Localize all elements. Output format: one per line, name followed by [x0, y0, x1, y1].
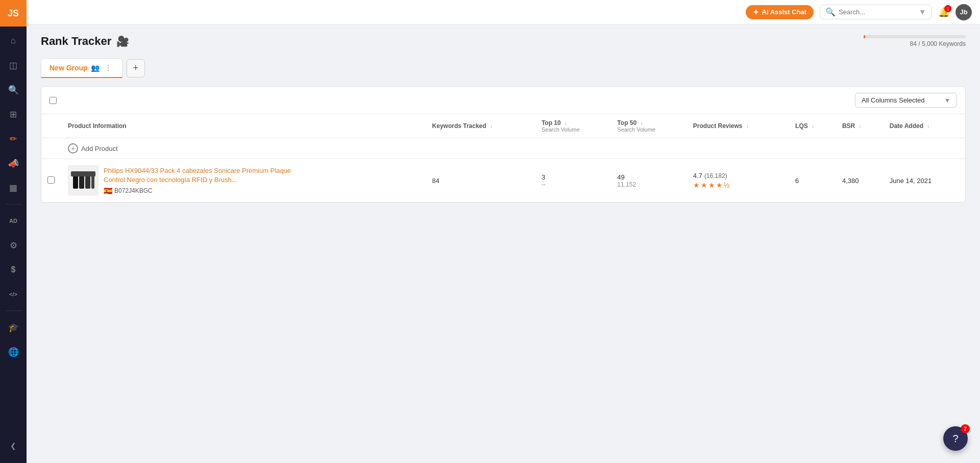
add-product-plus-icon: +: [68, 143, 78, 153]
top10-sub-value: --: [542, 181, 605, 188]
keywords-usage: 84 / 5,000 Keywords: [864, 35, 966, 47]
star-rating: ★ ★ ★ ★ ½: [693, 181, 783, 189]
product-image: [68, 165, 99, 196]
asin-value: B072J4KBGC: [114, 187, 153, 194]
sidebar-divider-1: [5, 204, 21, 204]
topbar-search-box[interactable]: 🔍 ▼: [820, 5, 932, 19]
sidebar-item-box[interactable]: ◫: [2, 54, 24, 76]
add-product-button[interactable]: + Add Product: [68, 143, 118, 153]
date-added-cell: June 14, 2021: [884, 159, 965, 202]
rating-value: 4.7: [693, 172, 702, 179]
keywords-tracked-cell: 84: [426, 159, 535, 202]
add-product-checkbox-cell: [41, 138, 62, 159]
sidebar-item-home[interactable]: ⌂: [2, 30, 24, 52]
col-date-added: Date Added ↕: [884, 114, 965, 138]
top10-value: 3: [542, 173, 605, 181]
col-lqs: LQS ↕: [789, 114, 836, 138]
star-half: ½: [724, 181, 730, 189]
sidebar-item-chart[interactable]: ▦: [2, 176, 24, 199]
add-product-row: + Add Product: [41, 138, 965, 159]
sidebar-item-ranktracker[interactable]: ✏: [2, 127, 24, 150]
chevron-down-icon: ▼: [944, 97, 950, 104]
topbar: ✦ AI Assist Chat 🔍 ▼ 🔔 1 Jb: [27, 0, 980, 24]
date-added-value: June 14, 2021: [890, 177, 932, 185]
sidebar-divider-2: [5, 311, 21, 311]
table-header-row: Product Information Keywords Tracked ↕ T…: [41, 114, 965, 138]
top50-cell: 49 11,152: [611, 159, 687, 202]
help-fab-button[interactable]: 7 ?: [943, 426, 968, 451]
sidebar-item-search[interactable]: 🔍: [2, 79, 24, 101]
lqs-cell: 6: [789, 159, 836, 202]
col-checkbox: [41, 114, 62, 138]
ai-assist-button[interactable]: ✦ AI Assist Chat: [746, 5, 814, 19]
usage-bar-container: [864, 35, 966, 38]
star-3: ★: [708, 181, 715, 189]
add-tab-button[interactable]: +: [127, 59, 145, 78]
select-all-checkbox[interactable]: [50, 97, 57, 104]
tab-new-group-label: New Group: [50, 64, 88, 72]
columns-select-label: All Columns Selected: [862, 96, 925, 104]
product-asin: 🇪🇸 B072J4KBGC: [104, 187, 298, 195]
lqs-value: 6: [795, 177, 799, 185]
sidebar-expand-btn[interactable]: ❮: [2, 434, 24, 457]
app-logo: JS: [0, 0, 27, 27]
notification-badge: 1: [944, 5, 951, 12]
toolbar-right: All Columns Selected ▼: [855, 93, 957, 108]
sort-bsr-icon[interactable]: ↕: [859, 123, 862, 129]
product-info-cell: Philips HX9044/33 Pack 4 cabezales Sonic…: [62, 159, 426, 202]
notification-bell[interactable]: 🔔 1: [938, 7, 949, 18]
video-icon: 🎥: [116, 35, 129, 47]
help-badge: 7: [961, 424, 970, 433]
search-icon: 🔍: [825, 7, 836, 17]
top50-value: 49: [617, 173, 680, 181]
sidebar-bottom: ❮: [2, 434, 24, 463]
reviews-cell: 4.7 (16,182) ★ ★ ★ ★ ½: [687, 159, 789, 202]
sidebar-item-dashboard[interactable]: ⊞: [2, 103, 24, 125]
col-top10: Top 10 ↕ Search Volume: [535, 114, 611, 138]
sort-lqs-icon[interactable]: ↕: [812, 123, 814, 129]
sidebar-item-education[interactable]: 🎓: [2, 316, 24, 339]
table-toolbar: All Columns Selected ▼: [41, 87, 965, 114]
sidebar-item-tools[interactable]: ⚙: [2, 234, 24, 256]
table-container: All Columns Selected ▼ Product Informati…: [41, 86, 966, 203]
table-row: Philips HX9044/33 Pack 4 cabezales Sonic…: [41, 159, 965, 202]
keywords-tracked-value: 84: [432, 177, 439, 185]
sidebar-item-ad[interactable]: AD: [2, 210, 24, 232]
add-product-label: Add Product: [81, 145, 118, 152]
tab-people-icon: 👥: [91, 64, 100, 72]
user-avatar[interactable]: Jb: [955, 4, 972, 20]
sidebar-item-globe[interactable]: 🌐: [2, 341, 24, 363]
col-product-reviews: Product Reviews ↕: [687, 114, 789, 138]
sort-reviews-icon[interactable]: ↕: [746, 123, 749, 129]
help-icon: ?: [952, 433, 958, 445]
col-product-info: Product Information: [62, 114, 426, 138]
star-2: ★: [701, 181, 707, 189]
tab-new-group[interactable]: New Group 👥 ⋮: [41, 58, 122, 78]
columns-select-dropdown[interactable]: All Columns Selected ▼: [855, 93, 957, 108]
tab-menu-button[interactable]: ⋮: [103, 63, 114, 73]
tabs-area: New Group 👥 ⋮ +: [41, 58, 966, 78]
flag-icon: 🇪🇸: [104, 187, 112, 195]
product-cell: Philips HX9044/33 Pack 4 cabezales Sonic…: [68, 165, 420, 196]
row-checkbox-cell: [41, 159, 62, 202]
top50-sub-value: 11,152: [617, 181, 680, 188]
sidebar-item-megaphone[interactable]: 📣: [2, 152, 24, 174]
search-dropdown-arrow: ▼: [918, 8, 926, 17]
sidebar-item-code[interactable]: </>: [2, 283, 24, 305]
sidebar-item-dollar[interactable]: $: [2, 259, 24, 281]
search-input[interactable]: [839, 8, 915, 16]
products-table: Product Information Keywords Tracked ↕ T…: [41, 114, 965, 202]
sort-date-icon[interactable]: ↕: [927, 123, 929, 129]
product-title[interactable]: Philips HX9044/33 Pack 4 cabezales Sonic…: [104, 166, 298, 185]
star-4: ★: [716, 181, 723, 189]
ai-icon: ✦: [753, 8, 759, 16]
col-keywords-tracked: Keywords Tracked ↕: [426, 114, 535, 138]
sort-top50-icon[interactable]: ↕: [640, 120, 643, 126]
sort-top10-icon[interactable]: ↕: [565, 120, 567, 126]
sort-keywords-icon[interactable]: ↕: [490, 123, 493, 129]
main-area: ✦ AI Assist Chat 🔍 ▼ 🔔 1 Jb Rank Tracker…: [27, 0, 980, 463]
bsr-value: 4,380: [842, 177, 859, 185]
row-checkbox[interactable]: [47, 176, 55, 184]
product-info: Philips HX9044/33 Pack 4 cabezales Sonic…: [104, 166, 298, 195]
page-title: Rank Tracker 🎥: [41, 35, 129, 48]
